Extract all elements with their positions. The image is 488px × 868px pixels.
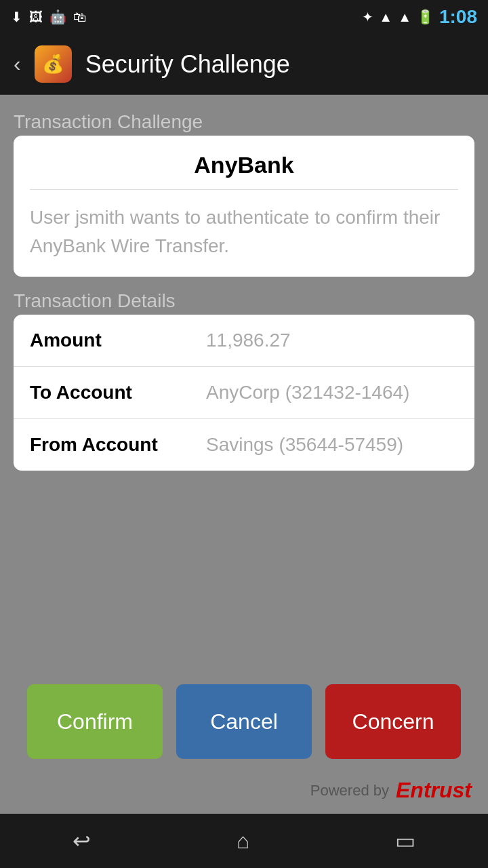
transaction-challenge-card: AnyBank User jsmith wants to authenticat… — [14, 136, 474, 277]
battery-icon: 🔋 — [417, 9, 434, 25]
main-content: Transaction Challenge AnyBank User jsmit… — [0, 95, 488, 664]
table-row: Amount 11,986.27 — [14, 315, 474, 367]
buttons-area: Confirm Cancel Concern — [0, 664, 488, 772]
transaction-details-label: Transaction Details — [14, 290, 474, 312]
table-row: From Account Savings (35644-57459) — [14, 419, 474, 471]
from-account-value: Savings (35644-57459) — [206, 434, 458, 456]
transaction-details-card: Amount 11,986.27 To Account AnyCorp (321… — [14, 315, 474, 471]
status-icons-left: ⬇ 🖼 🤖 🛍 — [11, 9, 87, 25]
powered-by-text: Powered by — [310, 782, 389, 800]
amount-value: 11,986.27 — [206, 330, 458, 351]
app-title: Security Challenge — [85, 50, 290, 79]
entrust-logo: Entrust — [396, 778, 472, 803]
cancel-button[interactable]: Cancel — [176, 684, 312, 759]
status-time: 1:08 — [439, 6, 477, 28]
table-row: To Account AnyCorp (321432-1464) — [14, 367, 474, 419]
image-icon: 🖼 — [29, 9, 43, 25]
status-bar: ⬇ 🖼 🤖 🛍 ✦ ▲ ▲ 🔋 1:08 — [0, 0, 488, 34]
bluetooth-icon: ✦ — [362, 9, 373, 25]
challenge-message: User jsmith wants to authenticate to con… — [30, 203, 458, 260]
transaction-challenge-label: Transaction Challenge — [14, 111, 474, 133]
wifi-icon: ▲ — [379, 9, 392, 25]
nav-back-button[interactable]: ↩ — [73, 828, 91, 854]
to-account-label: To Account — [30, 382, 206, 403]
nav-home-button[interactable]: ⌂ — [237, 829, 249, 854]
back-button[interactable]: ‹ — [14, 52, 21, 77]
concern-button[interactable]: Concern — [325, 684, 461, 759]
nav-recents-button[interactable]: ▭ — [395, 828, 415, 854]
status-icons-right: ✦ ▲ ▲ 🔋 1:08 — [362, 6, 477, 28]
android-icon: 🤖 — [49, 9, 66, 25]
bank-name: AnyBank — [30, 152, 458, 190]
confirm-button[interactable]: Confirm — [27, 684, 163, 759]
transaction-details-section: Transaction Details Amount 11,986.27 To … — [14, 290, 474, 471]
powered-by-bar: Powered by Entrust — [0, 772, 488, 814]
bag-icon: 🛍 — [73, 9, 87, 25]
signal-icon: ▲ — [398, 9, 411, 25]
amount-label: Amount — [30, 330, 206, 351]
app-icon: 💰 — [35, 45, 72, 83]
app-bar: ‹ 💰 Security Challenge — [0, 34, 488, 95]
nav-bar: ↩ ⌂ ▭ — [0, 814, 488, 868]
transaction-challenge-section: Transaction Challenge AnyBank User jsmit… — [14, 111, 474, 277]
to-account-value: AnyCorp (321432-1464) — [206, 382, 458, 403]
download-icon: ⬇ — [11, 9, 22, 25]
from-account-label: From Account — [30, 434, 206, 456]
